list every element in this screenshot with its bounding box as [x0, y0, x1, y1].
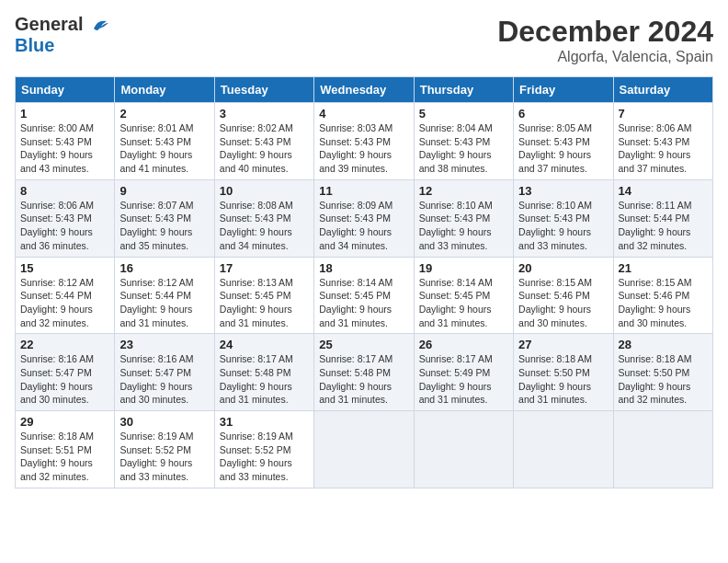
sunset-label: Sunset: 5:50 PM — [619, 367, 690, 378]
sunrise-label: Sunrise: 8:08 AM — [220, 200, 293, 211]
table-row — [314, 411, 414, 488]
table-row: 17 Sunrise: 8:13 AM Sunset: 5:45 PM Dayl… — [214, 257, 313, 334]
col-friday: Friday — [514, 77, 613, 103]
sunset-label: Sunset: 5:45 PM — [319, 290, 391, 301]
sunrise-label: Sunrise: 8:02 AM — [220, 122, 293, 133]
daylight-label: Daylight: 9 hours and 37 minutes. — [518, 149, 591, 174]
logo-text-blue: Blue — [15, 36, 110, 54]
daylight-label: Daylight: 9 hours and 39 minutes. — [319, 149, 392, 174]
sunrise-label: Sunrise: 8:03 AM — [319, 122, 392, 133]
logo-text-general: General — [15, 14, 83, 34]
col-wednesday: Wednesday — [314, 77, 414, 103]
sunrise-label: Sunrise: 8:16 AM — [20, 353, 94, 364]
table-row: 7 Sunrise: 8:06 AM Sunset: 5:43 PM Dayli… — [613, 103, 712, 180]
daylight-label: Daylight: 9 hours and 31 minutes. — [419, 381, 492, 406]
day-number: 14 — [619, 184, 708, 198]
day-number: 16 — [119, 261, 209, 275]
sunrise-label: Sunrise: 8:18 AM — [619, 353, 692, 364]
sunrise-label: Sunrise: 8:09 AM — [319, 200, 392, 211]
sunset-label: Sunset: 5:47 PM — [119, 367, 191, 378]
calendar-subtitle: Algorfa, Valencia, Spain — [497, 49, 713, 65]
day-number: 4 — [319, 107, 408, 121]
sunrise-label: Sunrise: 8:05 AM — [518, 122, 592, 133]
calendar-title: December 2024 — [497, 15, 713, 49]
calendar-week-row: 29 Sunrise: 8:18 AM Sunset: 5:51 PM Dayl… — [16, 411, 713, 488]
day-number: 13 — [518, 184, 608, 198]
table-row: 16 Sunrise: 8:12 AM Sunset: 5:44 PM Dayl… — [115, 257, 214, 334]
daylight-label: Daylight: 9 hours and 30 minutes. — [518, 304, 591, 328]
sunrise-label: Sunrise: 8:13 AM — [220, 277, 293, 288]
sunrise-label: Sunrise: 8:07 AM — [119, 200, 193, 211]
calendar-week-row: 15 Sunrise: 8:12 AM Sunset: 5:44 PM Dayl… — [16, 257, 713, 334]
sunrise-label: Sunrise: 8:17 AM — [220, 353, 293, 364]
daylight-label: Daylight: 9 hours and 31 minutes. — [518, 381, 591, 406]
sunrise-label: Sunrise: 8:11 AM — [619, 200, 692, 211]
table-row — [514, 411, 613, 488]
daylight-label: Daylight: 9 hours and 36 minutes. — [20, 226, 93, 251]
sunset-label: Sunset: 5:44 PM — [619, 213, 690, 224]
sunset-label: Sunset: 5:43 PM — [319, 136, 391, 147]
sunrise-label: Sunrise: 8:18 AM — [518, 353, 592, 364]
table-row: 10 Sunrise: 8:08 AM Sunset: 5:43 PM Dayl… — [214, 179, 313, 257]
table-row: 1 Sunrise: 8:00 AM Sunset: 5:43 PM Dayli… — [16, 103, 115, 180]
table-row: 29 Sunrise: 8:18 AM Sunset: 5:51 PM Dayl… — [16, 411, 115, 488]
col-tuesday: Tuesday — [214, 77, 313, 103]
daylight-label: Daylight: 9 hours and 31 minutes. — [419, 304, 492, 328]
title-block: December 2024 Algorfa, Valencia, Spain — [497, 15, 713, 65]
table-row: 6 Sunrise: 8:05 AM Sunset: 5:43 PM Dayli… — [514, 103, 613, 180]
day-number: 26 — [419, 338, 508, 351]
daylight-label: Daylight: 9 hours and 31 minutes. — [220, 381, 292, 406]
day-number: 20 — [518, 261, 608, 275]
day-number: 29 — [20, 415, 109, 429]
daylight-label: Daylight: 9 hours and 32 minutes. — [619, 381, 691, 406]
daylight-label: Daylight: 9 hours and 34 minutes. — [220, 226, 292, 251]
sunrise-label: Sunrise: 8:01 AM — [119, 122, 193, 133]
sunrise-label: Sunrise: 8:04 AM — [419, 122, 493, 133]
calendar-header-row: Sunday Monday Tuesday Wednesday Thursday… — [16, 77, 713, 103]
daylight-label: Daylight: 9 hours and 30 minutes. — [119, 381, 192, 406]
day-number: 27 — [518, 338, 608, 351]
sunrise-label: Sunrise: 8:17 AM — [319, 353, 392, 364]
table-row: 31 Sunrise: 8:19 AM Sunset: 5:52 PM Dayl… — [214, 411, 313, 488]
daylight-label: Daylight: 9 hours and 33 minutes. — [220, 457, 292, 482]
day-number: 22 — [20, 338, 109, 351]
daylight-label: Daylight: 9 hours and 31 minutes. — [119, 304, 192, 328]
col-thursday: Thursday — [414, 77, 513, 103]
sunset-label: Sunset: 5:43 PM — [119, 136, 191, 147]
sunset-label: Sunset: 5:43 PM — [419, 213, 491, 224]
daylight-label: Daylight: 9 hours and 32 minutes. — [20, 457, 93, 482]
daylight-label: Daylight: 9 hours and 34 minutes. — [319, 226, 392, 251]
calendar-body: 1 Sunrise: 8:00 AM Sunset: 5:43 PM Dayli… — [16, 103, 713, 488]
daylight-label: Daylight: 9 hours and 32 minutes. — [20, 304, 93, 328]
daylight-label: Daylight: 9 hours and 33 minutes. — [518, 226, 591, 251]
table-row: 9 Sunrise: 8:07 AM Sunset: 5:43 PM Dayli… — [115, 179, 214, 257]
table-row: 21 Sunrise: 8:15 AM Sunset: 5:46 PM Dayl… — [613, 257, 712, 334]
daylight-label: Daylight: 9 hours and 33 minutes. — [119, 457, 192, 482]
day-number: 7 — [619, 107, 708, 121]
day-number: 17 — [220, 261, 309, 275]
daylight-label: Daylight: 9 hours and 41 minutes. — [119, 149, 192, 174]
sunrise-label: Sunrise: 8:10 AM — [518, 200, 592, 211]
sunset-label: Sunset: 5:43 PM — [119, 213, 191, 224]
sunrise-label: Sunrise: 8:16 AM — [119, 353, 193, 364]
sunrise-label: Sunrise: 8:17 AM — [419, 353, 493, 364]
day-number: 3 — [220, 107, 309, 121]
calendar-week-row: 1 Sunrise: 8:00 AM Sunset: 5:43 PM Dayli… — [16, 103, 713, 180]
day-number: 24 — [220, 338, 309, 351]
page-header: General Blue December 2024 Algorfa, Vale… — [15, 15, 713, 65]
day-number: 25 — [319, 338, 408, 351]
sunrise-label: Sunrise: 8:12 AM — [20, 277, 94, 288]
day-number: 21 — [619, 261, 708, 275]
sunrise-label: Sunrise: 8:19 AM — [220, 431, 293, 442]
sunset-label: Sunset: 5:43 PM — [220, 136, 291, 147]
sunset-label: Sunset: 5:43 PM — [220, 213, 291, 224]
logo: General Blue — [15, 15, 110, 54]
sunrise-label: Sunrise: 8:15 AM — [619, 277, 692, 288]
sunrise-label: Sunrise: 8:06 AM — [20, 200, 94, 211]
sunset-label: Sunset: 5:43 PM — [419, 136, 491, 147]
sunrise-label: Sunrise: 8:14 AM — [319, 277, 392, 288]
sunset-label: Sunset: 5:43 PM — [619, 136, 690, 147]
daylight-label: Daylight: 9 hours and 37 minutes. — [619, 149, 691, 174]
sunrise-label: Sunrise: 8:15 AM — [518, 277, 592, 288]
table-row: 23 Sunrise: 8:16 AM Sunset: 5:47 PM Dayl… — [115, 334, 214, 411]
